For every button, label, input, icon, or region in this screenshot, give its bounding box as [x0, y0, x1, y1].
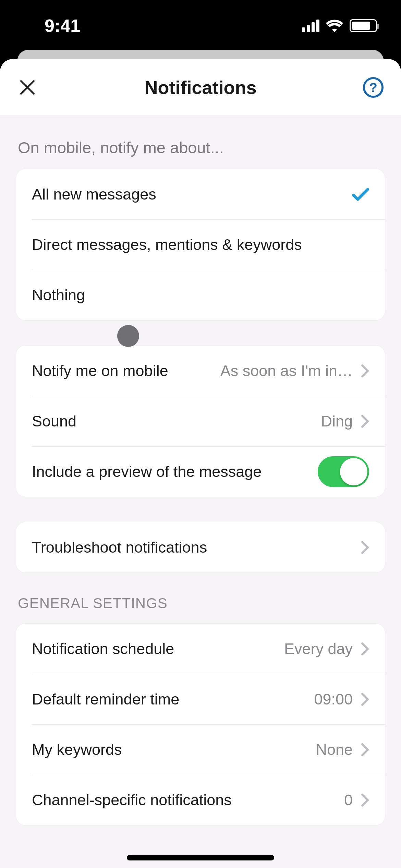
row-value: 0 — [344, 791, 353, 809]
status-icons — [302, 19, 377, 32]
row-include-preview[interactable]: Include a preview of the message — [16, 446, 385, 497]
row-troubleshoot[interactable]: Troubleshoot notifications — [16, 522, 385, 572]
row-notify-when[interactable]: Notify me on mobile As soon as I'm in… — [16, 346, 385, 396]
status-time: 9:41 — [45, 15, 80, 36]
close-button[interactable] — [17, 77, 38, 98]
wifi-icon — [326, 19, 343, 32]
chevron-right-icon — [361, 540, 369, 555]
row-value: As soon as I'm in… — [220, 362, 353, 380]
page-title: Notifications — [0, 77, 401, 98]
row-channel-specific[interactable]: Channel-specific notifications 0 — [16, 775, 385, 825]
chevron-right-icon — [361, 743, 369, 757]
chevron-right-icon — [361, 692, 369, 707]
home-indicator[interactable] — [127, 855, 274, 860]
general-settings-card: Notification schedule Every day Default … — [16, 623, 385, 825]
section-label-notify-about: On mobile, notify me about... — [16, 116, 385, 169]
row-my-keywords[interactable]: My keywords None — [16, 724, 385, 775]
option-all-new-messages[interactable]: All new messages — [16, 169, 385, 219]
section-label-general: General Settings — [16, 573, 385, 623]
battery-icon — [350, 19, 377, 32]
troubleshoot-card: Troubleshoot notifications — [16, 522, 385, 573]
row-label: Include a preview of the message — [32, 463, 262, 481]
option-nothing[interactable]: Nothing — [16, 270, 385, 320]
row-sound[interactable]: Sound Ding — [16, 396, 385, 446]
mobile-settings-card: Notify me on mobile As soon as I'm in… S… — [16, 345, 385, 497]
chevron-right-icon — [361, 793, 369, 807]
row-value: Every day — [284, 640, 353, 658]
option-label: Direct messages, mentions & keywords — [32, 236, 302, 254]
option-label: All new messages — [32, 185, 156, 203]
option-dm-mentions-keywords[interactable]: Direct messages, mentions & keywords — [16, 219, 385, 270]
help-button[interactable]: ? — [363, 77, 384, 98]
notify-about-card: All new messages Direct messages, mentio… — [16, 169, 385, 321]
option-label: Nothing — [32, 286, 85, 304]
chevron-right-icon — [361, 414, 369, 429]
modal-sheet: Notifications ? On mobile, notify me abo… — [0, 59, 401, 868]
row-label: Default reminder time — [32, 690, 179, 708]
pointer-indicator — [117, 325, 139, 347]
chevron-right-icon — [361, 364, 369, 378]
row-value: Ding — [321, 412, 353, 430]
modal-header: Notifications ? — [0, 59, 401, 116]
row-value: 09:00 — [314, 690, 353, 708]
cellular-icon — [302, 19, 319, 32]
row-label: My keywords — [32, 741, 122, 759]
row-label: Channel-specific notifications — [32, 791, 232, 809]
preview-toggle[interactable] — [318, 456, 369, 487]
row-value: None — [316, 741, 353, 759]
row-label: Troubleshoot notifications — [32, 539, 207, 556]
row-notification-schedule[interactable]: Notification schedule Every day — [16, 624, 385, 674]
row-label: Notification schedule — [32, 640, 174, 658]
row-label: Notify me on mobile — [32, 362, 168, 380]
row-default-reminder-time[interactable]: Default reminder time 09:00 — [16, 674, 385, 724]
svg-text:?: ? — [369, 80, 377, 95]
status-bar: 9:41 — [0, 0, 401, 51]
check-icon — [352, 188, 369, 201]
chevron-right-icon — [361, 642, 369, 656]
row-label: Sound — [32, 412, 76, 430]
